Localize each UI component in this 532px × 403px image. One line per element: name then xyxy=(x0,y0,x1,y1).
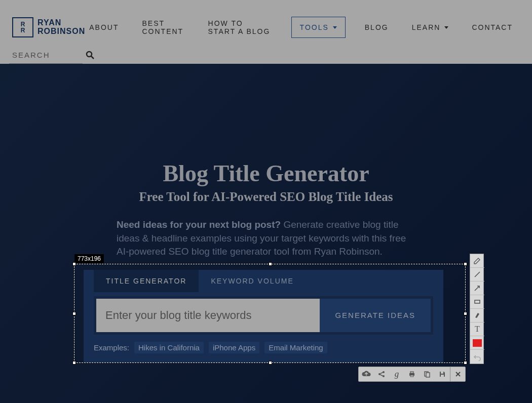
svg-line-9 xyxy=(381,375,383,376)
intro-bold: Need ideas for your next blog post? xyxy=(117,219,281,230)
chevron-down-icon xyxy=(444,26,448,29)
color-swatch-red xyxy=(473,339,482,347)
search-icon[interactable] xyxy=(86,51,95,60)
svg-point-7 xyxy=(383,375,385,377)
site-logo[interactable]: RR RYAN ROBINSON xyxy=(12,17,85,37)
nav-about[interactable]: ABOUT xyxy=(85,17,123,37)
logo-text: RYAN ROBINSON xyxy=(37,19,85,36)
svg-rect-11 xyxy=(410,372,413,373)
examples-label: Examples: xyxy=(94,343,129,352)
svg-rect-16 xyxy=(441,375,444,377)
example-iphone[interactable]: iPhone Apps xyxy=(209,342,259,353)
copy-button[interactable] xyxy=(420,367,435,381)
annotation-side-toolbar: T xyxy=(470,254,484,364)
nav-best-content[interactable]: BEST CONTENT xyxy=(138,13,188,42)
nav-tools-label: TOOLS xyxy=(300,23,329,31)
tab-keyword-volume[interactable]: KEYWORD VOLUME xyxy=(199,270,306,292)
share-button[interactable] xyxy=(374,367,389,381)
arrow-tool[interactable] xyxy=(470,281,484,295)
svg-rect-4 xyxy=(475,300,480,303)
tool-box: TITLE GENERATOR KEYWORD VOLUME GENERATE … xyxy=(84,270,443,362)
pencil-tool[interactable] xyxy=(470,254,484,268)
close-button[interactable] xyxy=(450,367,465,381)
nav-learn-label: LEARN xyxy=(412,23,441,31)
page-title: Blog Title Generator xyxy=(0,160,532,187)
tab-title-generator[interactable]: TITLE GENERATOR xyxy=(94,270,199,292)
svg-line-8 xyxy=(381,373,383,374)
undo-tool[interactable] xyxy=(470,350,484,364)
print-button[interactable] xyxy=(404,367,420,381)
generate-ideas-button[interactable]: GENERATE IDEAS xyxy=(320,299,431,332)
keyword-input[interactable] xyxy=(96,299,320,332)
nav-blog[interactable]: BLOG xyxy=(361,17,393,37)
main-nav: ABOUT BEST CONTENT HOW TO START A BLOG T… xyxy=(85,13,517,42)
nav-contact[interactable]: CONTACT xyxy=(468,17,517,37)
svg-line-2 xyxy=(475,272,480,277)
nav-tools[interactable]: TOOLS xyxy=(291,17,346,38)
nav-how-to-start[interactable]: HOW TO START A BLOG xyxy=(204,13,276,42)
svg-rect-15 xyxy=(441,372,443,374)
svg-rect-12 xyxy=(410,375,413,377)
input-row: GENERATE IDEAS xyxy=(94,296,433,335)
intro-text: Need ideas for your next blog post? Gene… xyxy=(117,218,415,259)
page-subtitle: Free Tool for AI-Powered SEO Blog Title … xyxy=(0,190,532,204)
svg-line-1 xyxy=(91,56,94,59)
search-input[interactable] xyxy=(9,47,83,64)
upload-cloud-button[interactable] xyxy=(359,367,374,381)
save-button[interactable] xyxy=(435,367,450,381)
svg-point-6 xyxy=(383,371,385,373)
examples-row: Examples: Hikes in California iPhone App… xyxy=(94,342,433,353)
example-hikes[interactable]: Hikes in California xyxy=(134,342,204,353)
svg-point-0 xyxy=(87,52,92,57)
line-tool[interactable] xyxy=(470,268,484,281)
annotation-bottom-toolbar: g xyxy=(358,367,466,382)
site-header: RR RYAN ROBINSON ABOUT BEST CONTENT HOW … xyxy=(0,0,532,64)
rectangle-tool[interactable] xyxy=(470,295,484,309)
marker-tool[interactable] xyxy=(470,309,484,323)
svg-line-3 xyxy=(475,286,479,291)
nav-learn[interactable]: LEARN xyxy=(408,17,453,37)
logo-mark: RR xyxy=(12,17,33,37)
hero-section: Blog Title Generator Free Tool for AI-Po… xyxy=(0,64,532,362)
svg-rect-14 xyxy=(426,373,430,377)
color-picker[interactable] xyxy=(470,336,484,350)
chevron-down-icon xyxy=(333,26,337,29)
tool-tabs: TITLE GENERATOR KEYWORD VOLUME xyxy=(94,270,433,292)
text-tool[interactable]: T xyxy=(470,323,484,336)
example-email[interactable]: Email Marketing xyxy=(264,342,327,353)
google-search-button[interactable]: g xyxy=(389,367,404,381)
